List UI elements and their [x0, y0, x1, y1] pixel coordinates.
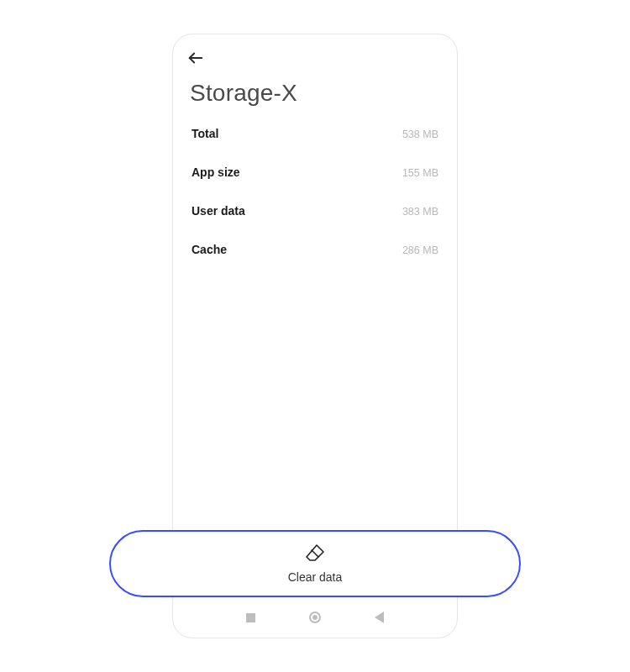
eraser-icon [305, 543, 325, 565]
nav-back-icon[interactable] [375, 612, 384, 623]
row-value: 155 MB [402, 167, 438, 179]
row-value: 286 MB [402, 244, 438, 256]
android-nav-bar [173, 606, 457, 629]
clear-data-label: Clear data [288, 570, 343, 584]
row-value: 538 MB [402, 129, 438, 140]
back-button[interactable] [186, 46, 210, 70]
nav-recent-icon[interactable] [246, 613, 255, 622]
storage-row-total: Total 538 MB [192, 127, 438, 140]
row-label: Cache [192, 243, 227, 256]
row-label: User data [192, 204, 245, 218]
storage-row-userdata: User data 383 MB [192, 204, 438, 218]
page-title-wrap: Storage-X [173, 70, 457, 122]
storage-row-cache: Cache 286 MB [192, 243, 438, 256]
phone-frame: Storage-X Total 538 MB App size 155 MB U… [172, 34, 458, 638]
row-label: Total [192, 127, 218, 140]
clear-data-button[interactable]: Clear data [109, 530, 521, 597]
nav-home-icon[interactable] [309, 612, 321, 623]
storage-rows: Total 538 MB App size 155 MB User data 3… [173, 122, 457, 256]
row-label: App size [192, 165, 240, 179]
row-value: 383 MB [402, 206, 438, 218]
svg-line-1 [312, 550, 318, 557]
app-canvas: Storage-X Total 538 MB App size 155 MB U… [0, 0, 630, 672]
storage-row-appsize: App size 155 MB [192, 165, 438, 179]
arrow-left-icon [186, 49, 205, 67]
page-title: Storage-X [190, 80, 440, 107]
top-bar [173, 34, 457, 70]
